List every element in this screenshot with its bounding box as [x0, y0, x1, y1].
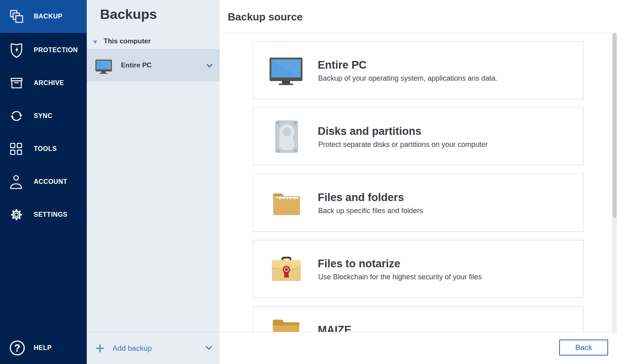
svg-text:?: ? [14, 342, 20, 354]
